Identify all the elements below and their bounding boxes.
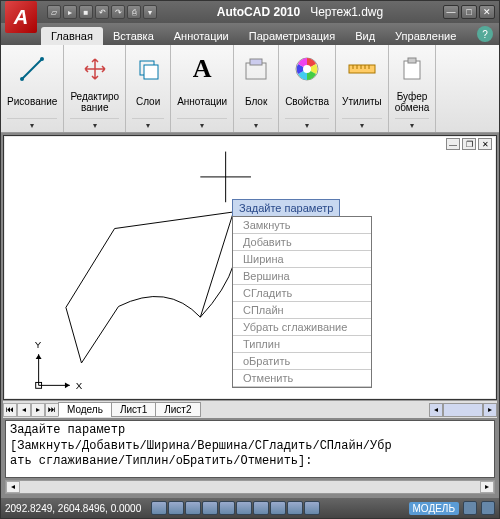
panel-layers[interactable]: Слои ▾ (126, 45, 171, 132)
tab-insert[interactable]: Вставка (103, 27, 164, 45)
qat-redo-icon[interactable]: ↷ (111, 5, 125, 19)
chevron-down-icon[interactable]: ▾ (70, 118, 119, 132)
measure-icon (346, 53, 378, 85)
minimize-button[interactable]: — (443, 5, 459, 19)
lwt-toggle[interactable] (287, 501, 303, 515)
model-space-button[interactable]: МОДЕЛЬ (409, 502, 459, 515)
text-icon: A (186, 53, 218, 85)
ribbon: Рисование ▾ Редактиро вание ▾ Слои ▾ A А… (1, 45, 499, 133)
chevron-down-icon[interactable]: ▾ (395, 118, 430, 132)
tab-home[interactable]: Главная (41, 27, 103, 45)
ctx-item-vertex[interactable]: Вершина (233, 268, 371, 285)
chevron-down-icon[interactable]: ▾ (285, 118, 329, 132)
qat-open-icon[interactable]: ▸ (63, 5, 77, 19)
panel-annotation[interactable]: A Аннотации ▾ (171, 45, 234, 132)
command-scrollbar[interactable]: ◂ ▸ (5, 480, 495, 494)
quick-access-toolbar: ▱ ▸ ■ ↶ ↷ ⎙ ▾ (47, 5, 157, 19)
snap-toggle[interactable] (151, 501, 167, 515)
qat-dropdown-icon[interactable]: ▾ (143, 5, 157, 19)
tab-view[interactable]: Вид (345, 27, 385, 45)
status-extra-2[interactable] (481, 501, 495, 515)
chevron-down-icon[interactable]: ▾ (240, 118, 272, 132)
ribbon-tabs: Главная Вставка Аннотации Параметризация… (1, 23, 499, 45)
block-icon (240, 53, 272, 85)
dyn-toggle[interactable] (270, 501, 286, 515)
drawing-area[interactable]: — ❐ ✕ X Y (3, 135, 497, 400)
help-icon[interactable]: ? (477, 26, 493, 42)
panel-clipboard[interactable]: Буфер обмена ▾ (389, 45, 437, 132)
svg-rect-4 (144, 65, 158, 79)
color-wheel-icon (291, 53, 323, 85)
scroll-right-icon[interactable]: ▸ (480, 481, 494, 493)
panel-draw[interactable]: Рисование ▾ (1, 45, 64, 132)
ctx-item-undo[interactable]: Отменить (233, 370, 371, 387)
hscroll-right-icon[interactable]: ▸ (483, 403, 497, 417)
chevron-down-icon[interactable]: ▾ (342, 118, 382, 132)
app-menu-button[interactable]: A (5, 1, 37, 33)
ctx-item-ltype[interactable]: Типлин (233, 336, 371, 353)
maximize-button[interactable]: □ (461, 5, 477, 19)
command-line3: ать сглаживание/Типлин/оБратить/Отменить… (10, 454, 490, 470)
ctx-item-add[interactable]: Добавить (233, 234, 371, 251)
qat-save-icon[interactable]: ■ (79, 5, 93, 19)
chevron-down-icon[interactable]: ▾ (132, 118, 164, 132)
doc-close-icon[interactable]: ✕ (478, 138, 492, 150)
status-toggles (151, 501, 320, 515)
tab-nav-last-icon[interactable]: ⏭ (45, 403, 59, 417)
panel-utilities[interactable]: Утилиты ▾ (336, 45, 389, 132)
ctx-item-reverse[interactable]: оБратить (233, 353, 371, 370)
status-extra-1[interactable] (463, 501, 477, 515)
window-title: AutoCAD 2010 Чертеж1.dwg (157, 5, 443, 19)
context-menu-header: Задайте параметр (232, 199, 340, 217)
qat-print-icon[interactable]: ⎙ (127, 5, 141, 19)
doc-minimize-icon[interactable]: — (446, 138, 460, 150)
chevron-down-icon[interactable]: ▾ (177, 118, 227, 132)
ctx-item-spline[interactable]: СПлайн (233, 302, 371, 319)
sheet-tab-layout2[interactable]: Лист2 (155, 402, 200, 417)
ctx-item-decurve[interactable]: Убрать сглаживание (233, 319, 371, 336)
svg-line-0 (22, 59, 42, 79)
tab-nav-first-icon[interactable]: ⏮ (3, 403, 17, 417)
command-line2: [Замкнуть/Добавить/Ширина/Вершина/СГлади… (10, 439, 490, 455)
command-window[interactable]: Задайте параметр [Замкнуть/Добавить/Шири… (5, 420, 495, 478)
sheet-tab-layout1[interactable]: Лист1 (111, 402, 156, 417)
svg-rect-15 (404, 61, 420, 79)
qat-new-icon[interactable]: ▱ (47, 5, 61, 19)
layers-icon (132, 53, 164, 85)
ducs-toggle[interactable] (253, 501, 269, 515)
tab-manage[interactable]: Управление (385, 27, 466, 45)
layout-tabs: ⏮ ◂ ▸ ⏭ Модель Лист1 Лист2 ◂ ▸ (3, 400, 497, 418)
tab-nav-next-icon[interactable]: ▸ (31, 403, 45, 417)
panel-properties[interactable]: Свойства ▾ (279, 45, 336, 132)
tab-annotate[interactable]: Аннотации (164, 27, 239, 45)
qp-toggle[interactable] (304, 501, 320, 515)
svg-rect-6 (250, 59, 262, 65)
ortho-toggle[interactable] (185, 501, 201, 515)
scroll-left-icon[interactable]: ◂ (6, 481, 20, 493)
tab-nav-prev-icon[interactable]: ◂ (17, 403, 31, 417)
ctx-item-fit[interactable]: СГладить (233, 285, 371, 302)
hscroll-left-icon[interactable]: ◂ (429, 403, 443, 417)
panel-modify[interactable]: Редактиро вание ▾ (64, 45, 126, 132)
line-icon (16, 53, 48, 85)
ctx-item-width[interactable]: Ширина (233, 251, 371, 268)
ctx-item-close[interactable]: Замкнуть (233, 217, 371, 234)
sheet-tab-model[interactable]: Модель (58, 402, 112, 417)
otrack-toggle[interactable] (236, 501, 252, 515)
status-bar: 2092.8249, 2604.8496, 0.0000 МОДЕЛЬ (1, 498, 499, 518)
clipboard-icon (396, 53, 428, 85)
doc-restore-icon[interactable]: ❐ (462, 138, 476, 150)
move-icon (79, 53, 111, 85)
panel-block[interactable]: Блок ▾ (234, 45, 279, 132)
close-button[interactable]: ✕ (479, 5, 495, 19)
hscroll-track[interactable] (443, 403, 483, 417)
osnap-toggle[interactable] (219, 501, 235, 515)
qat-undo-icon[interactable]: ↶ (95, 5, 109, 19)
polar-toggle[interactable] (202, 501, 218, 515)
coordinate-display[interactable]: 2092.8249, 2604.8496, 0.0000 (5, 503, 141, 514)
chevron-down-icon[interactable]: ▾ (7, 118, 57, 132)
grid-toggle[interactable] (168, 501, 184, 515)
ucs-y-label: Y (35, 339, 42, 350)
svg-point-2 (40, 57, 44, 61)
tab-parametric[interactable]: Параметризация (239, 27, 345, 45)
